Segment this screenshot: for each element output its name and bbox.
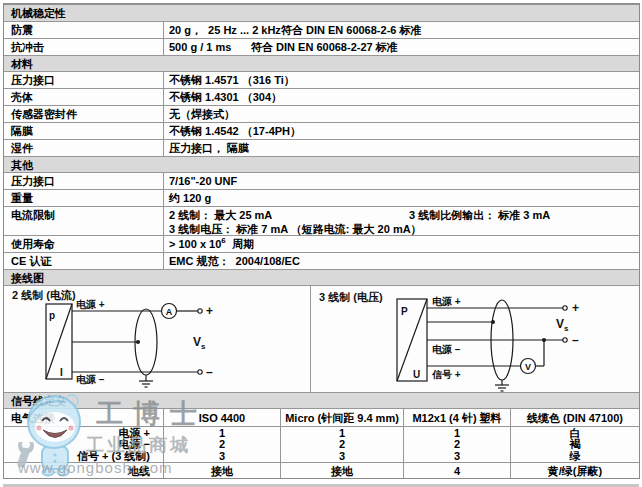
signal-row: 信号 + (3 线制)333绿 (4, 450, 639, 462)
spec-value: 500 g / 1 ms (169, 40, 251, 54)
signal-cell: 接地 (281, 463, 404, 478)
diagram-title: 3 线制 (电压) (319, 291, 383, 303)
signal-header-cell: 电气连接 (4, 409, 164, 426)
section-title: 其他 (11, 158, 33, 172)
section-header-row: 信号线定义 (4, 392, 639, 408)
spec-value: 不锈钢 1.4542 （17-4PH） (169, 124, 301, 138)
signal-cell: 绿 (511, 450, 639, 462)
current-output-label: I (60, 367, 63, 378)
spec-label: 壳体 (4, 89, 164, 105)
terminal-plus (563, 306, 567, 310)
spec-row: 电流限制2 线制： 最大 25 mA3 线制比例输出： 标准 3 mA3 线制电… (4, 206, 639, 235)
spec-value-line: 3 线制电压： 标准 7 mA （短路电流: 最大 20 mA） (169, 222, 639, 236)
supply-plus-label: 电源 + (76, 299, 105, 310)
signal-cell: 4 (404, 463, 511, 478)
plus-sign: + (206, 304, 213, 318)
spec-row: 压力接口不锈钢 1.4571 （316 Ti） (4, 71, 639, 88)
spec-value-cell: 7/16"-20 UNF (164, 173, 639, 189)
spec-value: EMC 规范： 2004/108/EC (169, 254, 300, 268)
spec-rows: 机械稳定性防震20 g， 25 Hz ... 2 kHz符合 DIN EN 60… (4, 5, 639, 285)
two-wire-diagram: 2 线制 (电流) p I (4, 286, 310, 392)
signal-cell: 3 (164, 450, 281, 462)
minus-sign: – (572, 333, 579, 347)
section-header-row: 其他 (4, 156, 639, 172)
spec-value: 20 g， 25 Hz ... 2 kHz (169, 23, 281, 37)
three-wire-diagram-cell: 3 线制 (电压) P U (311, 286, 639, 392)
spec-label: CE 认证 (4, 253, 164, 269)
spec-value: > 100 x 10 (169, 237, 221, 251)
spec-value-cell: 无（焊接式） (164, 106, 639, 122)
minus-sign: – (206, 365, 213, 379)
wires (427, 308, 563, 366)
signal-header-cell: ISO 4400 (164, 409, 281, 426)
signal-cell: 黄/绿(屏蔽) (511, 463, 639, 478)
spec-value-cell: 20 g， 25 Hz ... 2 kHz符合 DIN EN 60068-2-6… (164, 22, 639, 38)
spec-value: 不锈钢 1.4571 （316 Ti） (169, 73, 295, 87)
terminal-minus (198, 370, 202, 374)
plus-sign: + (572, 301, 579, 315)
terminal-plus (198, 309, 202, 313)
section-header-row: 材料 (4, 55, 639, 71)
signal-header-cell: 线缆色 (DIN 47100) (511, 409, 639, 426)
spec-value-cell: > 100 x 106 周期 (164, 236, 639, 252)
spec-label: 防震 (4, 22, 164, 38)
spec-row: 防震20 g， 25 Hz ... 2 kHz符合 DIN EN 60068-2… (4, 21, 639, 38)
spec-value-cell: 压力接口， 隔膜 (164, 140, 639, 156)
ground-icon (139, 375, 153, 387)
signal-cell: 信号 + (3 线制) (4, 450, 164, 462)
spec-label: 传感器密封件 (4, 106, 164, 122)
spec-value-cell: 不锈钢 1.4542 （17-4PH） (164, 123, 639, 139)
spec-note: 符合 DIN EN 60068-2-6 标准 (281, 23, 422, 37)
spec-value-cell: 不锈钢 1.4571 （316 Ti） (164, 72, 639, 88)
terminal-minus (563, 338, 567, 342)
section-title: 材料 (11, 57, 33, 71)
voltmeter-letter: V (525, 362, 531, 372)
signal-ground-row: 地线接地接地4黄/绿(屏蔽) (4, 462, 639, 478)
spec-row: 压力接口7/16"-20 UNF (4, 172, 639, 189)
section-header-row: 机械稳定性 (4, 5, 639, 21)
spec-value: 7/16"-20 UNF (169, 174, 251, 188)
signal-cell: 3 (281, 450, 404, 462)
signal-row: 电源 +111白 (4, 426, 639, 438)
signal-header-cell: M12x1 (4 针) 塑料 (404, 409, 511, 426)
supply-minus-label: 电源 – (76, 374, 105, 385)
spec-value-cell: 约 120 g (164, 190, 639, 206)
spec-note: 符合 DIN EN 60068-2-27 标准 (251, 40, 398, 54)
pressure-port-label: p (49, 310, 55, 321)
signal-plus-label: 信号 + (431, 369, 461, 380)
spec-value: 约 120 g (169, 191, 251, 205)
spec-row: 湿件压力接口， 隔膜 (4, 139, 639, 156)
spec-value: 3 线制电压： 标准 7 mA （短路电流: 最大 20 mA） (169, 223, 422, 235)
spec-value-cell: 500 g / 1 ms符合 DIN EN 60068-2-27 标准 (164, 39, 639, 55)
spec-value-cell: 不锈钢 1.4301 （304） (164, 89, 639, 105)
spec-row: CE 认证EMC 规范： 2004/108/EC (4, 252, 639, 269)
spec-label: 隔膜 (4, 123, 164, 139)
section-header-row: 接线图 (4, 269, 639, 285)
spec-label: 抗冲击 (4, 39, 164, 55)
spec-value: 压力接口， 隔膜 (169, 141, 251, 155)
spec-row: 使用寿命> 100 x 106 周期 (4, 235, 639, 252)
ammeter-letter: A (166, 307, 173, 317)
signal-table: 电气连接ISO 4400Micro (针间距 9.4 mm)M12x1 (4 针… (4, 408, 639, 478)
section-title: 机械稳定性 (11, 6, 66, 20)
spec-label: 电流限制 (4, 207, 164, 235)
wiring-diagrams-row: 2 线制 (电流) p I (4, 285, 639, 392)
signal-cell: 地线 (4, 463, 164, 478)
spec-value: 无（焊接式） (169, 107, 251, 121)
junction-dot (136, 340, 140, 344)
spec-table: 机械稳定性防震20 g， 25 Hz ... 2 kHz符合 DIN EN 60… (3, 3, 640, 479)
spec-row: 传感器密封件无（焊接式） (4, 105, 639, 122)
spec-value-cell: 2 线制： 最大 25 mA3 线制比例输出： 标准 3 mA3 线制电压： 标… (164, 207, 639, 235)
signal-cell: 接地 (164, 463, 281, 478)
two-wire-diagram-cell: 2 线制 (电流) p I (4, 286, 311, 392)
spec-label: 湿件 (4, 140, 164, 156)
pressure-port-label: P (401, 306, 408, 317)
spec-value: 不锈钢 1.4301 （304） (169, 90, 282, 104)
spec-label: 压力接口 (4, 72, 164, 88)
spec-label: 使用寿命 (4, 236, 164, 252)
spec-label: 压力接口 (4, 173, 164, 189)
junction-dot (542, 338, 546, 342)
spec-row: 隔膜不锈钢 1.4542 （17-4PH） (4, 122, 639, 139)
spec-note: 3 线制比例输出： 标准 3 mA (409, 209, 550, 221)
ground-icon (495, 380, 509, 391)
